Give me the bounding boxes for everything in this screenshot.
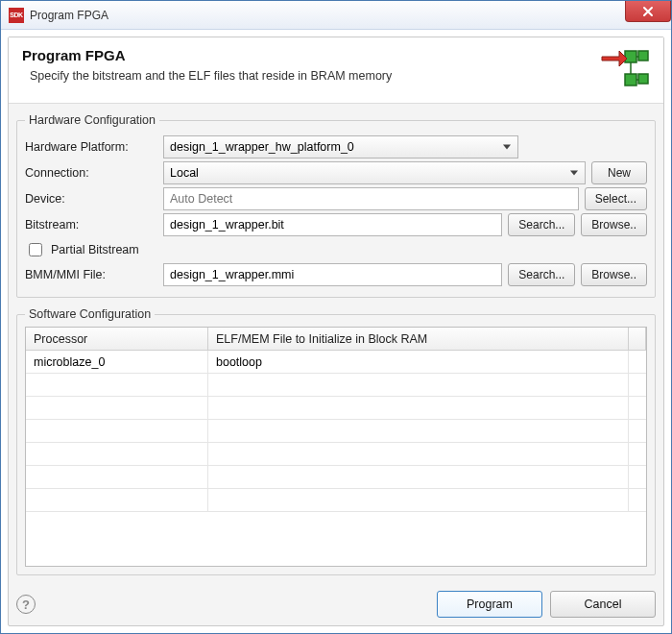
app-icon: SDK bbox=[9, 8, 24, 23]
hardware-config-legend: Hardware Configuration bbox=[25, 113, 159, 127]
svg-rect-0 bbox=[625, 51, 636, 62]
window-title: Program FPGA bbox=[30, 9, 108, 22]
table-row bbox=[26, 489, 646, 512]
select-device-button[interactable]: Select... bbox=[585, 187, 647, 210]
hw-platform-label: Hardware Platform: bbox=[25, 140, 157, 154]
cell-elf bbox=[208, 466, 629, 488]
cell-elf bbox=[208, 374, 629, 396]
bitstream-search-button[interactable]: Search... bbox=[508, 213, 575, 236]
bitstream-field[interactable] bbox=[163, 213, 502, 236]
table-row bbox=[26, 466, 646, 489]
dialog-footer: ? Program Cancel bbox=[16, 591, 656, 618]
banner-description: Specify the bitstream and the ELF files … bbox=[30, 69, 392, 83]
dialog-window: SDK Program FPGA Program FPGA Specify th… bbox=[0, 0, 672, 634]
col-processor[interactable]: Processor bbox=[26, 328, 208, 350]
fpga-program-icon bbox=[596, 47, 650, 91]
cell-elf bbox=[208, 443, 629, 465]
software-config-group: Software Configuration Processor ELF/MEM… bbox=[16, 307, 656, 575]
cell-processor bbox=[26, 466, 208, 488]
cell-processor bbox=[26, 397, 208, 419]
cell-elf bbox=[208, 489, 629, 511]
bmm-browse-button[interactable]: Browse.. bbox=[581, 263, 647, 286]
table-row bbox=[26, 374, 646, 397]
bmm-mmi-field[interactable] bbox=[163, 263, 502, 286]
svg-rect-1 bbox=[638, 51, 648, 61]
cell-processor bbox=[26, 443, 208, 465]
close-button[interactable] bbox=[625, 1, 671, 22]
partial-bitstream-checkbox[interactable] bbox=[29, 243, 42, 256]
help-icon[interactable]: ? bbox=[16, 595, 36, 614]
bmm-mmi-label: BMM/MMI File: bbox=[25, 268, 157, 281]
table-row[interactable]: microblaze_0bootloop bbox=[26, 351, 646, 374]
device-label: Device: bbox=[25, 192, 157, 206]
new-connection-button[interactable]: New bbox=[591, 161, 647, 184]
cell-processor bbox=[26, 374, 208, 396]
cell-elf: bootloop bbox=[208, 351, 629, 373]
banner: Program FPGA Specify the bitstream and t… bbox=[9, 37, 663, 104]
program-button[interactable]: Program bbox=[437, 591, 542, 618]
cancel-button[interactable]: Cancel bbox=[550, 591, 656, 618]
table-row bbox=[26, 443, 646, 466]
table-row bbox=[26, 420, 646, 443]
dialog-content: Program FPGA Specify the bitstream and t… bbox=[8, 37, 664, 626]
svg-rect-2 bbox=[625, 74, 636, 85]
bitstream-label: Bitstream: bbox=[25, 218, 157, 232]
titlebar: SDK Program FPGA bbox=[1, 1, 671, 30]
svg-rect-3 bbox=[638, 74, 648, 84]
table-header: Processor ELF/MEM File to Initialize in … bbox=[26, 328, 646, 351]
cell-processor bbox=[26, 420, 208, 442]
table-row bbox=[26, 397, 646, 420]
software-config-legend: Software Configuration bbox=[25, 307, 155, 321]
bitstream-browse-button[interactable]: Browse.. bbox=[581, 213, 647, 236]
cell-elf bbox=[208, 420, 629, 442]
bmm-search-button[interactable]: Search... bbox=[508, 263, 575, 286]
hardware-config-group: Hardware Configuration Hardware Platform… bbox=[16, 113, 656, 298]
col-elf[interactable]: ELF/MEM File to Initialize in Block RAM bbox=[208, 328, 629, 350]
cell-elf bbox=[208, 397, 629, 419]
software-table: Processor ELF/MEM File to Initialize in … bbox=[25, 327, 647, 567]
connection-label: Connection: bbox=[25, 166, 157, 180]
connection-select[interactable]: Local bbox=[163, 161, 586, 184]
device-field[interactable] bbox=[163, 187, 579, 210]
hw-platform-select[interactable]: design_1_wrapper_hw_platform_0 bbox=[163, 135, 518, 158]
partial-bitstream-label: Partial Bitstream bbox=[51, 243, 139, 256]
banner-heading: Program FPGA bbox=[22, 47, 392, 63]
cell-processor: microblaze_0 bbox=[26, 351, 208, 373]
close-icon bbox=[642, 6, 654, 17]
cell-processor bbox=[26, 489, 208, 511]
